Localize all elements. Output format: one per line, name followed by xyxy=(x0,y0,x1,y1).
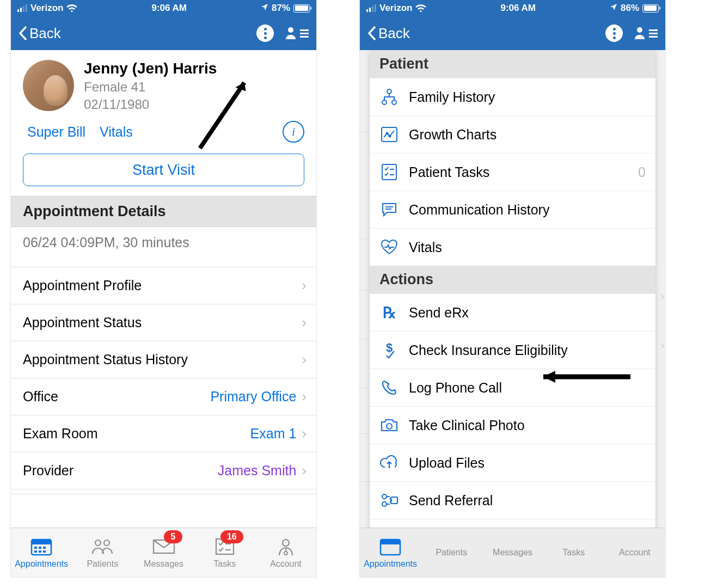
appointment-profile-row[interactable]: Appointment Profile› xyxy=(11,267,316,304)
patient-sex-age: Female 41 xyxy=(84,79,217,95)
nav-bar: Back xyxy=(360,16,665,50)
vitals-item[interactable]: Vitals xyxy=(370,228,655,266)
battery-icon xyxy=(642,4,659,13)
badge: 5 xyxy=(164,530,182,543)
appointment-time: 06/24 04:09PM, 30 minutes xyxy=(11,227,316,267)
clock-label: 9:06 AM xyxy=(426,3,610,14)
nav-bar: Back xyxy=(11,16,316,50)
family-history-item[interactable]: Family History xyxy=(370,78,655,115)
patient-panel: Patient Family History Growth Charts Pat… xyxy=(370,50,655,528)
chevron-right-icon: › xyxy=(302,425,307,442)
status-bar: Verizon 9:06 AM 87% xyxy=(11,0,316,16)
svg-rect-25 xyxy=(649,36,658,38)
svg-point-14 xyxy=(104,540,109,546)
phone-patient-menu: Verizon 9:06 AM 86% Back ›› Patient xyxy=(360,0,665,577)
send-erx-item[interactable]: ℞Send eRx xyxy=(370,293,655,331)
super-bill-link[interactable]: Super Bill xyxy=(27,124,85,140)
account-icon xyxy=(276,536,296,557)
svg-rect-3 xyxy=(300,36,309,38)
svg-rect-24 xyxy=(649,33,658,34)
more-options-button[interactable] xyxy=(605,24,623,42)
appointment-status-row[interactable]: Appointment Status› xyxy=(11,304,316,341)
svg-text:$: $ xyxy=(386,341,393,354)
back-button[interactable]: Back xyxy=(367,25,410,42)
svg-point-39 xyxy=(382,494,387,499)
cloud-upload-icon xyxy=(379,453,399,473)
exam-room-row[interactable]: Exam RoomExam 1› xyxy=(11,415,316,452)
location-icon xyxy=(261,3,268,14)
growth-charts-item[interactable]: Growth Charts xyxy=(370,115,655,153)
carrier-label: Verizon xyxy=(379,3,412,14)
app-directory-item[interactable]: App Directory xyxy=(370,519,655,528)
svg-point-19 xyxy=(283,540,289,546)
tab-appointments[interactable]: Appointments xyxy=(360,528,421,577)
check-insurance-item[interactable]: $Check Insurance Eligibility xyxy=(370,331,655,369)
svg-point-13 xyxy=(95,540,101,546)
svg-rect-11 xyxy=(39,550,41,553)
people-icon xyxy=(90,536,114,557)
rx-icon: ℞ xyxy=(379,303,399,322)
patient-menu-button[interactable] xyxy=(635,26,658,40)
svg-point-27 xyxy=(382,100,387,105)
start-visit-button[interactable]: Start Visit xyxy=(23,154,304,186)
svg-rect-1 xyxy=(300,29,309,31)
office-row[interactable]: OfficePrimary Office› xyxy=(11,378,316,415)
appointment-status-history-row[interactable]: Appointment Status History› xyxy=(11,341,316,378)
tab-patients[interactable]: Patients xyxy=(72,528,133,577)
tab-account[interactable]: Account xyxy=(255,528,316,577)
battery-icon xyxy=(293,4,310,13)
tab-patients[interactable]: Patients xyxy=(421,528,482,577)
location-icon xyxy=(610,3,617,14)
avatar[interactable] xyxy=(23,60,74,111)
svg-rect-23 xyxy=(649,29,658,31)
battery-label: 87% xyxy=(272,3,290,14)
tab-messages[interactable]: 5 Messages xyxy=(133,528,194,577)
svg-rect-48 xyxy=(381,540,400,544)
vitals-link[interactable]: Vitals xyxy=(100,124,133,140)
signal-icon xyxy=(366,4,376,12)
patient-menu-button[interactable] xyxy=(286,26,309,40)
upload-files-item[interactable]: Upload Files xyxy=(370,444,655,481)
chart-icon xyxy=(379,125,399,144)
svg-point-31 xyxy=(389,136,391,137)
back-label: Back xyxy=(29,25,61,42)
tab-messages[interactable]: Messages xyxy=(482,528,543,577)
tab-account[interactable]: Account xyxy=(604,528,665,577)
referral-icon xyxy=(379,491,399,510)
tab-appointments[interactable]: Appointments xyxy=(11,528,72,577)
checklist-icon xyxy=(379,162,399,182)
svg-point-28 xyxy=(392,100,396,105)
section-header: Appointment Details xyxy=(11,196,316,227)
family-tree-icon xyxy=(379,87,399,107)
svg-point-0 xyxy=(288,27,293,33)
tab-tasks[interactable]: Tasks xyxy=(543,528,604,577)
provider-row[interactable]: ProviderJames Smith› xyxy=(11,452,316,489)
svg-point-22 xyxy=(637,27,642,33)
chevron-right-icon: › xyxy=(302,314,307,331)
svg-rect-7 xyxy=(34,547,37,549)
battery-label: 86% xyxy=(621,3,639,14)
chevron-right-icon: › xyxy=(302,462,307,479)
signal-icon xyxy=(17,4,27,12)
info-button[interactable]: i xyxy=(283,121,304,143)
tasks-count: 0 xyxy=(638,164,646,180)
send-referral-item[interactable]: Send Referral xyxy=(370,481,655,519)
take-photo-item[interactable]: Take Clinical Photo xyxy=(370,406,655,444)
communication-history-item[interactable]: Communication History xyxy=(370,191,655,228)
phone-appointment-detail: Verizon 9:06 AM 87% Back Jenny (Jen xyxy=(11,0,316,577)
svg-rect-8 xyxy=(39,547,41,549)
wifi-icon xyxy=(415,4,426,12)
patient-tasks-item[interactable]: Patient Tasks0 xyxy=(370,153,655,191)
patient-header: Jenny (Jen) Harris Female 41 02/11/1980 xyxy=(11,50,316,115)
clock-label: 9:06 AM xyxy=(77,3,261,14)
tab-tasks[interactable]: 16 Tasks xyxy=(194,528,255,577)
back-button[interactable]: Back xyxy=(19,25,61,42)
chevron-right-icon: › xyxy=(302,277,307,294)
more-options-button[interactable] xyxy=(256,24,274,42)
svg-rect-9 xyxy=(43,547,46,549)
svg-point-40 xyxy=(382,502,387,506)
calendar-icon xyxy=(30,536,52,557)
dollar-check-icon: $ xyxy=(379,340,399,360)
patient-name: Jenny (Jen) Harris xyxy=(84,60,217,77)
svg-rect-6 xyxy=(32,540,51,544)
